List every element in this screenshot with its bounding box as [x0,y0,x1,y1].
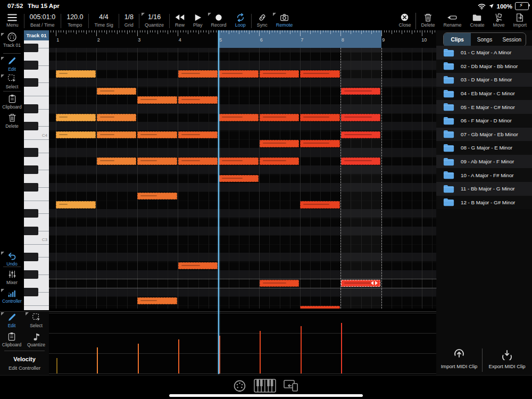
export-midi-clip-button[interactable]: Export MIDI Clip [484,347,530,370]
velocity-stem[interactable] [260,331,261,373]
resize-handle-right[interactable] [375,281,378,285]
piano-roll-grid[interactable] [49,48,436,309]
sidebar-item-select[interactable]: Select [0,73,24,89]
quantize-field[interactable]: 1/16 Quantize [140,12,168,30]
tab-songs[interactable]: Songs [471,33,498,46]
velocity-stem[interactable] [341,323,342,373]
import-clip-button[interactable]: Import [509,12,532,30]
delete-clip-button[interactable]: Delete [417,12,439,30]
sidebar-item-delete[interactable]: Delete [0,113,24,129]
grid-field[interactable]: 1/8 Grid [120,12,138,30]
time-sig-field[interactable]: 4/4 Time Sig [90,12,117,30]
midi-note[interactable] [178,157,218,164]
midi-note[interactable] [341,280,381,287]
piano-key-black[interactable] [24,78,38,87]
midi-note[interactable] [178,96,218,103]
timeline-ruler[interactable]: 12345678910 [49,30,436,48]
play-button[interactable]: Play [189,12,207,30]
piano-key-black[interactable] [24,61,38,69]
piano-keyboard[interactable]: C4C3 [24,40,49,310]
piano-key-black[interactable] [24,44,38,52]
rewind-button[interactable]: Rew [171,12,189,30]
clip-list-item[interactable]: 06 - F Major - D Minor [436,114,532,128]
clip-list-item[interactable]: 08 - G Major - E Minor [436,141,532,155]
home-indicator[interactable] [169,394,363,397]
close-button[interactable]: Close [394,12,415,30]
create-folder-button[interactable]: Create [466,12,488,30]
sidebar-item-track[interactable]: Track 01 [0,32,24,48]
midi-note[interactable] [300,70,340,77]
menu-button[interactable]: Menu [0,12,23,30]
piano-key-black[interactable] [24,104,38,113]
controller-clipboard-button[interactable]: Clipboard [0,331,23,347]
rename-clip-button[interactable]: Rename [439,12,466,30]
tab-session[interactable]: Session [498,33,526,46]
piano-key-black[interactable] [24,183,38,192]
midi-note[interactable] [300,114,340,121]
midi-note[interactable] [260,140,300,147]
controller-select-button[interactable]: Select [24,312,48,328]
clip-list-item[interactable]: 04 - Eb Major - C Minor [436,87,532,101]
controller-quantize-button[interactable]: Quantize [24,331,48,347]
piano-key-black[interactable] [24,288,38,296]
midi-note[interactable] [300,306,340,309]
sidebar-item-controller[interactable]: Controller [0,288,24,304]
resize-handle-left[interactable] [371,281,373,285]
midi-note[interactable] [260,157,300,164]
midi-note[interactable] [341,114,381,121]
beat-time-field[interactable]: 005:01:0 Beat / Time [26,12,60,30]
device-sync-icon[interactable] [284,379,300,393]
midi-note[interactable] [260,114,300,121]
loop-button[interactable]: Loop [231,12,250,30]
piano-key-black[interactable] [24,148,38,156]
midi-din-icon[interactable] [233,379,246,393]
midi-note[interactable] [56,201,96,208]
midi-note[interactable] [137,131,177,138]
piano-key-black[interactable] [24,227,38,235]
midi-note[interactable] [341,88,381,95]
clip-list-item[interactable]: 09 - Ab Major - F Minor [436,155,532,169]
piano-key-black[interactable] [24,209,38,218]
sidebar-item-edit[interactable]: Edit [0,56,24,72]
midi-note[interactable] [97,88,137,95]
clip-list-item[interactable]: 01 - C Major - A Minor [436,46,532,60]
midi-note[interactable] [219,175,259,182]
midi-note[interactable] [219,70,259,77]
midi-note[interactable] [260,70,300,77]
playhead[interactable] [218,30,219,374]
velocity-stem[interactable] [219,336,220,373]
clip-list-item[interactable]: 05 - E Major - C# Minor [436,100,532,114]
clip-list-item[interactable]: 03 - D Major - B Minor [436,73,532,87]
midi-note[interactable] [341,157,381,164]
midi-note[interactable] [56,114,96,121]
clip-list-item[interactable]: 11 - Bb Major - G Minor [436,182,532,196]
velocity-stem[interactable] [301,326,302,373]
move-clip-button[interactable]: Move [488,12,509,30]
midi-note[interactable] [97,157,137,164]
clip-list-item[interactable]: 12 - B Major - G# Minor [436,196,532,210]
midi-note[interactable] [137,193,177,200]
remote-button[interactable]: Remote [272,12,297,30]
midi-note[interactable] [178,262,218,269]
piano-key-black[interactable] [24,122,38,130]
sync-button[interactable]: Sync [253,12,272,30]
midi-note[interactable] [97,131,137,138]
midi-note[interactable] [178,70,218,77]
midi-note[interactable] [137,157,177,164]
velocity-stem[interactable] [56,358,57,373]
midi-note[interactable] [300,140,340,147]
velocity-stem[interactable] [178,339,179,373]
midi-note[interactable] [56,131,96,138]
sidebar-item-mixer[interactable]: Mixer [0,269,24,285]
piano-key-black[interactable] [24,270,38,279]
controller-edit-button[interactable]: Edit [0,312,23,328]
midi-note[interactable] [137,297,177,304]
midi-note[interactable] [178,131,218,138]
velocity-stem[interactable] [97,347,98,373]
midi-note[interactable] [97,114,137,121]
tempo-field[interactable]: 120.0 Tempo [62,12,87,30]
midi-note[interactable] [56,70,96,77]
midi-note[interactable] [260,280,300,287]
midi-note[interactable] [137,96,177,103]
clip-list-item[interactable]: 07 - Gb Major - Eb Minor [436,128,532,142]
